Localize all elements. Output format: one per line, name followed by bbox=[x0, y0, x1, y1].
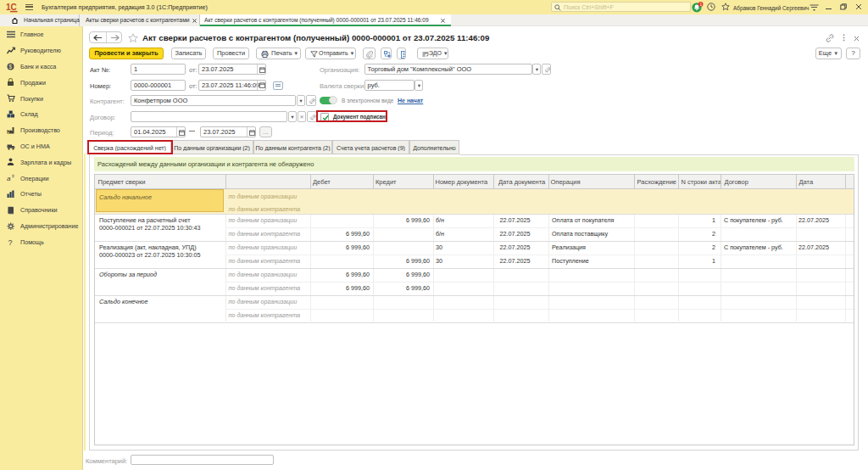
svg-text:1: 1 bbox=[700, 3, 703, 7]
svg-text:a: a bbox=[7, 175, 11, 182]
svg-text:$: $ bbox=[8, 64, 12, 70]
svg-text:1С: 1С bbox=[6, 3, 17, 12]
svg-text:?: ? bbox=[8, 238, 13, 247]
